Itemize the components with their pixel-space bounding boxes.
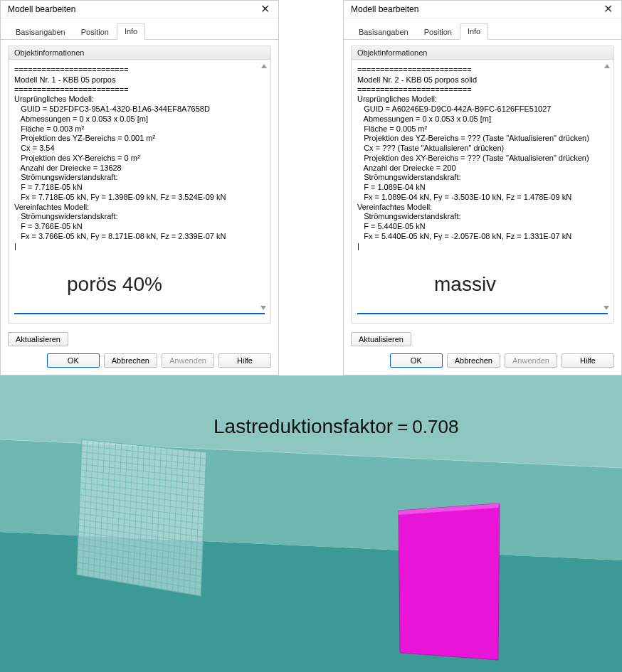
apply-button[interactable]: Anwenden: [162, 353, 214, 368]
tab-basisangaben[interactable]: Basisangaben: [351, 24, 416, 40]
info-area: massiv: [352, 60, 613, 323]
cancel-button[interactable]: Abbrechen: [447, 353, 500, 368]
tab-position[interactable]: Position: [416, 24, 460, 40]
info-area: porös 40%: [9, 60, 270, 323]
edit-model-dialog-left: Modell bearbeiten ✕ Basisangaben Positio…: [0, 0, 279, 375]
scroll-down-icon[interactable]: [603, 306, 609, 310]
scroll-down-icon[interactable]: [260, 306, 266, 310]
help-button[interactable]: Hilfe: [218, 353, 271, 368]
tabstrip: Basisangaben Position Info: [1, 18, 278, 40]
object-info-group: Objektinformationen porös 40%: [8, 46, 271, 324]
update-button[interactable]: Aktualisieren: [351, 332, 411, 346]
help-button[interactable]: Hilfe: [562, 353, 614, 368]
close-icon[interactable]: ✕: [258, 4, 273, 15]
group-header: Objektinformationen: [9, 46, 270, 60]
tab-content: Objektinformationen porös 40%: [1, 40, 278, 331]
tab-info[interactable]: Info: [460, 23, 488, 40]
dialog-buttons: OK Abbrechen Anwenden Hilfe: [1, 351, 278, 375]
tab-info[interactable]: Info: [117, 23, 145, 40]
tabstrip: Basisangaben Position Info: [344, 18, 621, 40]
factor-value: 0.708: [412, 416, 458, 438]
viewport-3d[interactable]: Lastreduktionsfaktor = 0.708: [0, 375, 622, 672]
tab-content: Objektinformationen massiv: [344, 40, 621, 331]
edit-model-dialog-right: Modell bearbeiten ✕ Basisangaben Positio…: [343, 0, 622, 375]
update-button[interactable]: Aktualisieren: [8, 332, 68, 346]
dialog-buttons: OK Abbrechen Anwenden Hilfe: [344, 351, 621, 375]
scroll-up-icon[interactable]: [603, 64, 611, 80]
overlay-label-massive: massiv: [434, 273, 496, 296]
accent-underline: [14, 313, 265, 314]
titlebar: Modell bearbeiten ✕: [1, 1, 278, 18]
tab-position[interactable]: Position: [73, 24, 117, 40]
dialog-title: Modell bearbeiten: [351, 4, 418, 14]
factor-label: Lastreduktionsfaktor: [214, 415, 393, 438]
ok-button[interactable]: OK: [390, 353, 443, 368]
update-row: Aktualisieren: [1, 331, 278, 351]
load-reduction-label: Lastreduktionsfaktor = 0.708: [214, 415, 458, 438]
accent-underline: [357, 313, 608, 314]
update-row: Aktualisieren: [344, 331, 621, 351]
dialog-row: Modell bearbeiten ✕ Basisangaben Positio…: [0, 0, 622, 375]
apply-button[interactable]: Anwenden: [505, 353, 557, 368]
cancel-button[interactable]: Abbrechen: [104, 353, 157, 368]
group-header: Objektinformationen: [352, 46, 613, 60]
equals-sign: =: [397, 416, 408, 438]
object-info-group: Objektinformationen massiv: [351, 46, 614, 324]
scroll-up-icon[interactable]: [260, 64, 268, 80]
close-icon[interactable]: ✕: [601, 4, 616, 15]
tab-basisangaben[interactable]: Basisangaben: [8, 24, 73, 40]
overlay-label-porous: porös 40%: [67, 273, 162, 296]
ok-button[interactable]: OK: [47, 353, 100, 368]
dialog-title: Modell bearbeiten: [8, 4, 75, 14]
titlebar: Modell bearbeiten ✕: [344, 1, 621, 18]
